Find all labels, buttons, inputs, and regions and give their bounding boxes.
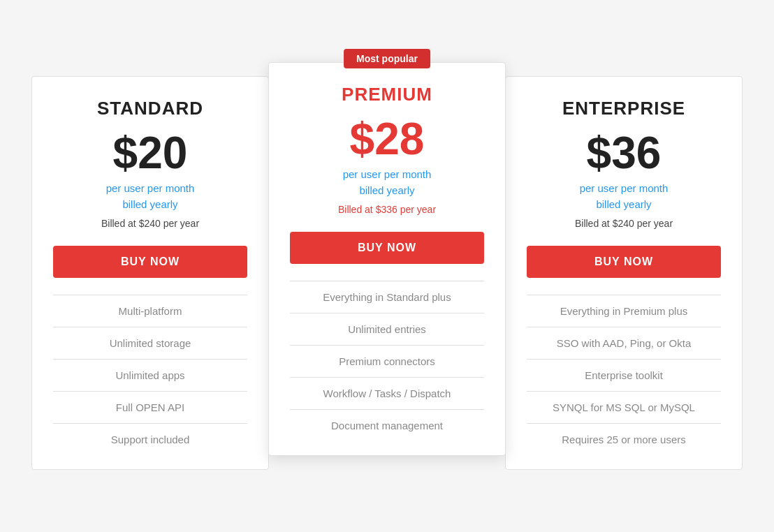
plan-card-standard: STANDARD$20per user per monthbilled year…	[31, 76, 269, 470]
features-list-standard: Multi-platformUnlimited storageUnlimited…	[53, 295, 247, 455]
plan-name-premium: PREMIUM	[290, 84, 484, 105]
plan-price-enterprise: $36	[527, 131, 721, 175]
plan-card-premium: Most popularPREMIUM$28per user per month…	[268, 62, 506, 456]
feature-item-standard-0: Multi-platform	[53, 295, 247, 327]
plan-name-standard: STANDARD	[53, 98, 247, 119]
feature-item-premium-4: Document management	[290, 410, 484, 441]
feature-item-premium-1: Unlimited entries	[290, 313, 484, 346]
feature-item-enterprise-4: Requires 25 or more users	[527, 424, 721, 455]
feature-item-standard-1: Unlimited storage	[53, 327, 247, 360]
features-list-enterprise: Everything in Premium plusSSO with AAD, …	[527, 295, 721, 455]
price-subtitle-enterprise: per user per monthbilled yearly	[527, 181, 721, 212]
plan-name-enterprise: ENTERPRISE	[527, 98, 721, 119]
feature-item-standard-4: Support included	[53, 424, 247, 455]
feature-item-enterprise-1: SSO with AAD, Ping, or Okta	[527, 327, 721, 360]
feature-item-premium-0: Everything in Standard plus	[290, 281, 484, 313]
feature-item-enterprise-2: Enterprise toolkit	[527, 360, 721, 392]
feature-item-enterprise-3: SYNQL for MS SQL or MySQL	[527, 392, 721, 424]
buy-button-standard[interactable]: BUY NOW	[53, 246, 247, 278]
buy-button-premium[interactable]: BUY NOW	[290, 232, 484, 264]
features-list-premium: Everything in Standard plusUnlimited ent…	[290, 281, 484, 441]
most-popular-badge: Most popular	[344, 49, 430, 68]
price-billing-premium: Billed at $336 per year	[290, 204, 484, 215]
plan-price-premium: $28	[290, 117, 484, 161]
pricing-container: STANDARD$20per user per monthbilled year…	[17, 48, 757, 484]
feature-item-standard-3: Full OPEN API	[53, 392, 247, 424]
price-billing-enterprise: Billed at $240 per year	[527, 218, 721, 229]
feature-item-premium-2: Premium connectors	[290, 346, 484, 378]
buy-button-enterprise[interactable]: BUY NOW	[527, 246, 721, 278]
price-billing-standard: Billed at $240 per year	[53, 218, 247, 229]
price-subtitle-premium: per user per monthbilled yearly	[290, 167, 484, 198]
price-subtitle-standard: per user per monthbilled yearly	[53, 181, 247, 212]
plan-price-standard: $20	[53, 131, 247, 175]
feature-item-enterprise-0: Everything in Premium plus	[527, 295, 721, 327]
feature-item-premium-3: Workflow / Tasks / Dispatch	[290, 378, 484, 410]
feature-item-standard-2: Unlimited apps	[53, 360, 247, 392]
plan-card-enterprise: ENTERPRISE$36per user per monthbilled ye…	[505, 76, 743, 470]
